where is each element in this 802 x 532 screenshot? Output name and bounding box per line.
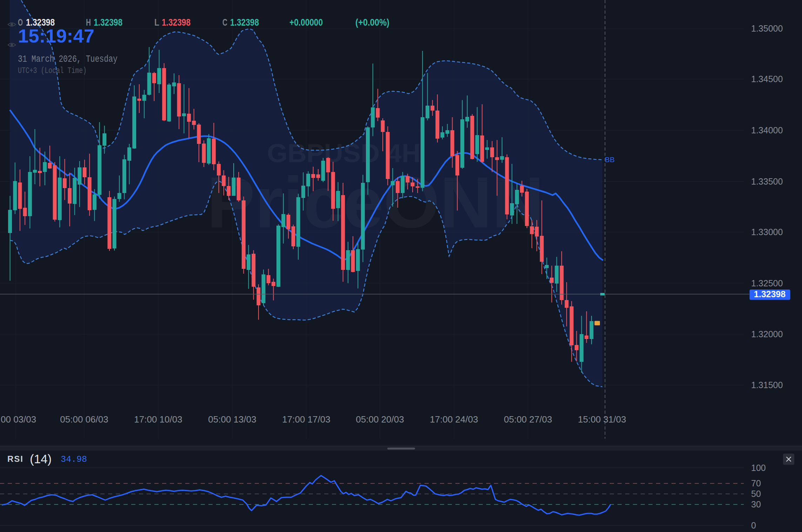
svg-text:(14): (14)	[30, 452, 52, 466]
svg-text:1.35000: 1.35000	[751, 24, 783, 33]
svg-text:17:00 10/03: 17:00 10/03	[134, 414, 182, 425]
svg-text:1.31500: 1.31500	[751, 380, 783, 390]
svg-text:BB: BB	[605, 155, 615, 164]
svg-text:100: 100	[751, 463, 766, 473]
svg-text:31 March 2026, Tuesday: 31 March 2026, Tuesday	[18, 54, 118, 65]
svg-text:1.33500: 1.33500	[751, 177, 783, 186]
svg-text:00 03/03: 00 03/03	[1, 414, 36, 425]
svg-text:1.32398: 1.32398	[754, 289, 786, 299]
svg-text:30: 30	[751, 499, 761, 509]
svg-text:1.34500: 1.34500	[751, 74, 783, 84]
svg-text:RSI: RSI	[7, 454, 24, 464]
svg-text:70: 70	[751, 478, 761, 488]
svg-text:15:00 31/03: 15:00 31/03	[578, 414, 626, 425]
svg-text:L: L	[154, 17, 159, 28]
svg-text:05:00 27/03: 05:00 27/03	[504, 414, 552, 425]
svg-text:UTC+3 (Local Time): UTC+3 (Local Time)	[18, 66, 87, 75]
svg-text:1.32398: 1.32398	[94, 17, 122, 28]
svg-text:1.32398: 1.32398	[230, 17, 259, 28]
svg-text:1.32500: 1.32500	[751, 278, 783, 288]
svg-text:1.32000: 1.32000	[751, 329, 783, 339]
svg-text:(+0.00%): (+0.00%)	[355, 17, 389, 28]
svg-text:C: C	[222, 17, 227, 28]
svg-text:15:19:47: 15:19:47	[18, 26, 94, 46]
svg-text:05:00 13/03: 05:00 13/03	[208, 414, 256, 425]
svg-text:50: 50	[751, 489, 761, 499]
svg-text:17:00 24/03: 17:00 24/03	[430, 414, 478, 425]
svg-text:+0.00000: +0.00000	[289, 17, 323, 28]
svg-text:1.33000: 1.33000	[751, 227, 783, 237]
svg-text:17:00 17/03: 17:00 17/03	[282, 414, 330, 425]
svg-text:1.34000: 1.34000	[751, 125, 783, 135]
svg-text:05:00 20/03: 05:00 20/03	[356, 414, 404, 425]
svg-text:05:00 06/03: 05:00 06/03	[60, 414, 108, 425]
svg-text:1.32398: 1.32398	[162, 17, 191, 28]
svg-text:0: 0	[751, 520, 756, 530]
svg-text:34.98: 34.98	[61, 454, 87, 465]
